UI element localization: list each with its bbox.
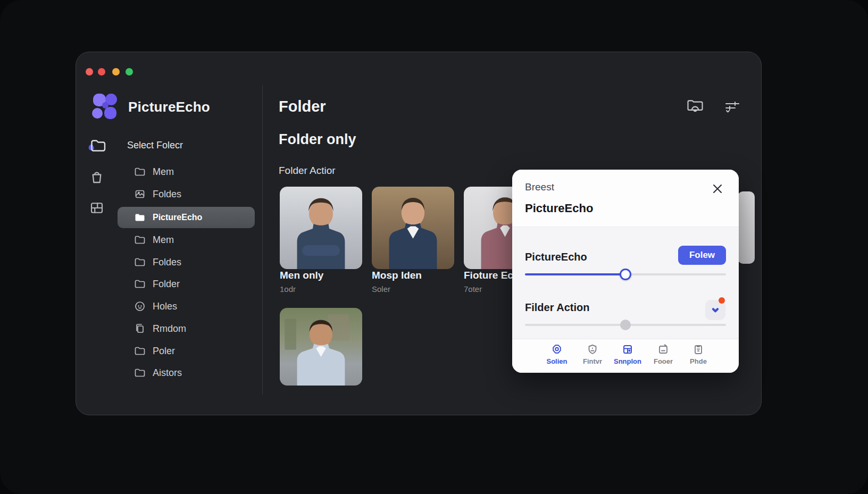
- slider-pictureecho[interactable]: [525, 273, 726, 275]
- app-title: PictureEcho: [128, 99, 210, 115]
- sidebar-item-poler[interactable]: Poler: [133, 340, 175, 362]
- window-close-button-2[interactable]: [98, 68, 105, 76]
- section-label: Folder Actior: [279, 165, 336, 177]
- filter-sliders-icon[interactable]: [724, 98, 741, 115]
- clipboard-icon: [692, 343, 705, 356]
- seal-icon: [550, 343, 563, 356]
- popup-section2-label: Filder Action: [525, 302, 589, 314]
- slider-fill: [525, 273, 625, 275]
- tab-label: Phde: [690, 357, 707, 365]
- detail-popup: Breest PictureEcho PictureEcho Folew Fil…: [512, 170, 739, 373]
- shield-icon: [586, 343, 599, 356]
- folder-icon: [133, 345, 146, 357]
- page-title: Folder: [279, 98, 326, 115]
- popup-header: [512, 170, 739, 227]
- portrait-photo: [372, 187, 454, 269]
- sidebar-item-label: Foldes: [153, 257, 181, 268]
- app-window: PictureEcho Select Folecr Mem Foldes Pic…: [76, 52, 762, 415]
- folder-media-icon[interactable]: [686, 96, 705, 115]
- window-zoom-button[interactable]: [126, 68, 133, 76]
- sidebar-item-foldes-2[interactable]: Foldes: [133, 251, 181, 273]
- window-minimize-button[interactable]: [112, 68, 120, 76]
- select-folder-label[interactable]: Select Folecr: [127, 140, 183, 151]
- tab-fintvr[interactable]: Fintvr: [575, 343, 610, 365]
- close-icon[interactable]: [710, 181, 725, 196]
- sidebar-item-label: Folder: [153, 279, 180, 290]
- sidebar-item-aistors[interactable]: Aistors: [133, 362, 182, 384]
- sidebar-item-label: Aistors: [153, 367, 182, 379]
- popup-eyebrow: Breest: [525, 181, 554, 193]
- tab-label: Solien: [546, 357, 567, 365]
- card-title: Men only: [280, 270, 323, 281]
- page-subtitle: Folder only: [279, 131, 356, 148]
- sidebar-item-pictureecho-selected[interactable]: PictureEcho: [118, 207, 255, 228]
- photo-card-men-only[interactable]: [280, 187, 362, 269]
- sidebar-item-label: Poler: [153, 346, 175, 357]
- tabbar-divider: [512, 339, 739, 339]
- select-folder-icon[interactable]: [87, 136, 106, 155]
- sidebar-item-label: Mem: [153, 166, 174, 178]
- tab-label: Fintvr: [583, 357, 602, 365]
- follow-button[interactable]: Folew: [678, 246, 726, 265]
- photo-card-outdoor[interactable]: [280, 308, 362, 386]
- popup-title: PictureEcho: [525, 202, 593, 215]
- photos-icon: [133, 188, 146, 200]
- notification-dot: [719, 297, 725, 304]
- app-logo-icon: [90, 91, 120, 121]
- card-title: Fioture Ech: [464, 270, 520, 281]
- grid-icon[interactable]: [89, 200, 105, 216]
- portrait-photo: [280, 308, 362, 386]
- calendar-curl-icon: [657, 343, 670, 356]
- face-icon: [133, 300, 146, 313]
- window-close-button[interactable]: [86, 68, 93, 76]
- chevron-down-icon: [710, 304, 721, 316]
- folder-icon: [133, 256, 146, 269]
- sidebar-divider: [262, 85, 263, 395]
- tab-fooer[interactable]: Fooer: [646, 343, 680, 365]
- tab-phde[interactable]: Phde: [681, 343, 715, 365]
- slider-knob[interactable]: [620, 320, 631, 330]
- sidebar-item-label: Mem: [153, 235, 174, 246]
- sidebar-item-rmdom[interactable]: Rmdom: [133, 317, 186, 340]
- slider-filder-action[interactable]: [525, 324, 726, 326]
- folder-icon: [133, 233, 146, 246]
- card-title: Mosp Iden: [372, 270, 422, 281]
- folder-icon: [133, 278, 146, 290]
- sidebar-item-mem[interactable]: Mem: [133, 161, 174, 183]
- portrait-photo: [280, 187, 362, 269]
- popup-section1-label: PictureEcho: [525, 251, 587, 263]
- sidebar-item-label: Rmdom: [153, 323, 186, 334]
- card-subtitle: Soler: [372, 284, 390, 294]
- tab-solien[interactable]: Solien: [540, 343, 574, 365]
- sidebar-item-label: Holes: [153, 301, 177, 312]
- sidebar-item-label: Foldes: [153, 189, 181, 200]
- photo-card-mosp-iden[interactable]: [372, 187, 454, 269]
- slider-knob[interactable]: [620, 269, 631, 280]
- sidebar-item-mem-2[interactable]: Mem: [133, 229, 174, 251]
- folder-icon: [133, 165, 146, 178]
- folder-filled-icon: [133, 211, 146, 224]
- screen: PictureEcho Select Folecr Mem Foldes Pic…: [0, 0, 868, 494]
- bag-icon[interactable]: [88, 169, 105, 186]
- tab-label: Fooer: [654, 357, 673, 365]
- dashboard-grid-icon: [621, 343, 634, 356]
- tab-label: Snnplon: [614, 357, 641, 365]
- card-subtitle: 7oter: [464, 284, 482, 294]
- folder-icon: [133, 366, 146, 379]
- photo-card-partial[interactable]: [738, 191, 755, 264]
- sidebar-item-holes[interactable]: Holes: [133, 295, 177, 317]
- copy-icon: [133, 322, 146, 335]
- sidebar-item-folder[interactable]: Folder: [133, 273, 180, 295]
- tab-snnplon[interactable]: Snnplon: [611, 343, 645, 365]
- sidebar-item-foldes[interactable]: Foldes: [133, 183, 181, 205]
- sidebar-item-label: PictureEcho: [153, 213, 202, 222]
- card-subtitle: 1odr: [280, 284, 296, 294]
